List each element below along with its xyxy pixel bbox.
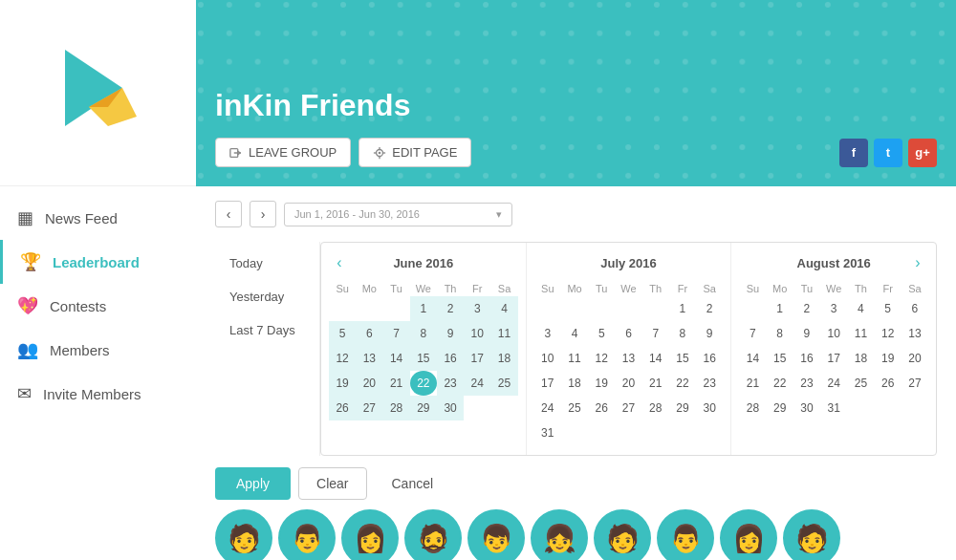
sidebar-item-members[interactable]: 👥 Members (0, 328, 196, 372)
calendar-day[interactable]: 14 (739, 346, 766, 371)
calendar-day[interactable]: 17 (820, 346, 847, 371)
avatar[interactable]: 🧑 (215, 509, 272, 560)
calendar-day[interactable]: 26 (875, 371, 902, 396)
calendar-day[interactable]: 4 (490, 296, 517, 321)
calendar-day[interactable]: 22 (767, 371, 793, 396)
calendar-day[interactable]: 25 (490, 371, 517, 396)
leave-group-button[interactable]: LEAVE GROUP (215, 138, 351, 167)
calendar-day[interactable]: 20 (902, 346, 928, 371)
calendar-day[interactable]: 16 (696, 346, 723, 371)
quick-option-last7days[interactable]: Last 7 Days (215, 313, 319, 347)
calendar-day[interactable]: 8 (669, 321, 696, 346)
calendar-day[interactable]: 18 (847, 346, 874, 371)
calendar-day[interactable]: 22 (410, 371, 437, 396)
calendar-day[interactable]: 20 (356, 371, 382, 396)
calendar-day[interactable]: 2 (437, 296, 464, 321)
calendar-day[interactable]: 23 (793, 371, 820, 396)
quick-option-today[interactable]: Today (215, 247, 319, 280)
calendar-day[interactable]: 1 (767, 296, 793, 321)
calendar-day[interactable]: 2 (793, 296, 820, 321)
calendar-day[interactable]: 12 (875, 321, 902, 346)
calendar-day[interactable]: 16 (437, 346, 464, 371)
calendar-day[interactable]: 21 (382, 371, 409, 396)
calendar-day[interactable]: 15 (669, 346, 696, 371)
cancel-button[interactable]: Cancel (375, 467, 451, 500)
calendar-day[interactable]: 29 (669, 396, 696, 420)
calendar-day[interactable]: 6 (902, 296, 928, 321)
calendar-day[interactable]: 17 (464, 346, 490, 371)
calendar-day[interactable]: 6 (356, 321, 382, 346)
calendar-day[interactable]: 28 (739, 396, 766, 420)
google-plus-button[interactable]: g+ (908, 139, 937, 167)
june-prev-button[interactable]: ‹ (329, 252, 350, 273)
calendar-day[interactable]: 17 (534, 371, 561, 396)
calendar-day[interactable]: 4 (847, 296, 874, 321)
edit-page-button[interactable]: EDIT PAGE (358, 138, 471, 167)
calendar-day[interactable]: 18 (561, 371, 588, 396)
calendar-day[interactable]: 21 (642, 371, 669, 396)
calendar-day[interactable]: 24 (534, 396, 561, 420)
calendar-day[interactable]: 1 (410, 296, 437, 321)
calendar-day[interactable]: 9 (793, 321, 820, 346)
calendar-day[interactable]: 30 (437, 396, 464, 420)
facebook-button[interactable]: f (839, 139, 868, 167)
calendar-day[interactable]: 19 (329, 371, 356, 396)
calendar-day[interactable]: 6 (615, 321, 641, 346)
calendar-day[interactable]: 29 (410, 396, 437, 420)
calendar-day[interactable]: 3 (534, 321, 561, 346)
calendar-day[interactable]: 25 (561, 396, 588, 420)
calendar-day[interactable]: 14 (642, 346, 669, 371)
calendar-day[interactable]: 24 (464, 371, 490, 396)
avatar[interactable]: 👩 (720, 509, 777, 560)
calendar-day[interactable]: 11 (490, 321, 517, 346)
calendar-day[interactable]: 24 (820, 371, 847, 396)
calendar-day[interactable]: 30 (696, 396, 723, 420)
calendar-day[interactable]: 5 (875, 296, 902, 321)
sidebar-item-leaderboard[interactable]: 🏆 Leaderboard (0, 240, 196, 284)
sidebar-item-news-feed[interactable]: ▦ News Feed (0, 196, 196, 240)
calendar-day[interactable]: 10 (534, 346, 561, 371)
avatar[interactable]: 👨 (657, 509, 714, 560)
calendar-day[interactable]: 9 (696, 321, 723, 346)
calendar-day[interactable]: 12 (329, 346, 356, 371)
calendar-day[interactable]: 26 (329, 396, 356, 420)
calendar-day[interactable]: 23 (437, 371, 464, 396)
calendar-day[interactable]: 13 (356, 346, 382, 371)
avatar[interactable]: 👩 (341, 509, 399, 560)
calendar-day[interactable]: 8 (767, 321, 793, 346)
calendar-day[interactable]: 15 (410, 346, 437, 371)
date-range-dropdown[interactable]: Jun 1, 2016 - Jun 30, 2016 ▾ (284, 203, 512, 226)
prev-period-button[interactable]: ‹ (215, 201, 242, 227)
next-period-button[interactable]: › (250, 201, 276, 227)
calendar-day[interactable]: 7 (642, 321, 669, 346)
calendar-day[interactable]: 20 (615, 371, 641, 396)
calendar-day[interactable]: 22 (669, 371, 696, 396)
calendar-day[interactable]: 18 (490, 346, 517, 371)
calendar-day[interactable]: 15 (767, 346, 793, 371)
avatar[interactable]: 🧑 (783, 509, 840, 560)
twitter-button[interactable]: t (874, 139, 902, 167)
sidebar-item-contests[interactable]: 💖 Contests (0, 284, 196, 328)
calendar-day[interactable]: 27 (615, 396, 641, 420)
calendar-day[interactable]: 26 (588, 396, 615, 420)
calendar-day[interactable]: 11 (561, 346, 588, 371)
calendar-day[interactable]: 7 (382, 321, 409, 346)
apply-button[interactable]: Apply (215, 467, 291, 500)
clear-button[interactable]: Clear (298, 467, 366, 500)
calendar-day[interactable]: 19 (588, 371, 615, 396)
calendar-day[interactable]: 27 (356, 396, 382, 420)
calendar-day[interactable]: 10 (464, 321, 490, 346)
calendar-day[interactable]: 5 (329, 321, 356, 346)
calendar-day[interactable]: 27 (902, 371, 928, 396)
avatar[interactable]: 🧑 (594, 509, 651, 560)
sidebar-item-invite-members[interactable]: ✉ Invite Members (0, 372, 196, 416)
calendar-day[interactable]: 10 (820, 321, 847, 346)
calendar-day[interactable]: 30 (793, 396, 820, 420)
calendar-day[interactable]: 3 (820, 296, 847, 321)
calendar-day[interactable]: 13 (615, 346, 641, 371)
avatar[interactable]: 👨 (278, 509, 336, 560)
calendar-day[interactable]: 31 (534, 420, 561, 445)
calendar-day[interactable]: 13 (902, 321, 928, 346)
calendar-day[interactable]: 14 (382, 346, 409, 371)
calendar-day[interactable]: 5 (588, 321, 615, 346)
